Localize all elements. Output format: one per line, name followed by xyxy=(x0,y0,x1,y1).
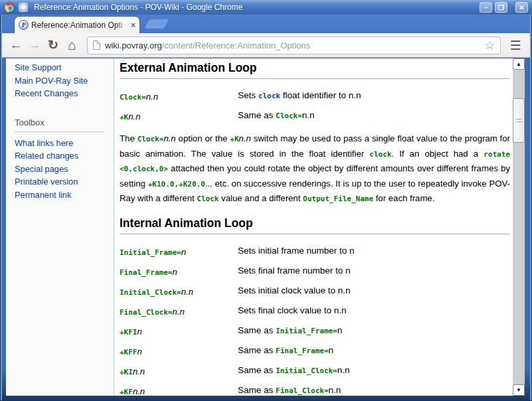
sidebar-nav-links: Site SupportMain POV-Ray SiteRecent Chan… xyxy=(15,61,114,100)
section-heading-internal: Internal Animation Loop xyxy=(120,216,510,234)
definition-term: Initial_Clock=n.n xyxy=(120,285,238,297)
inline-var: n.n xyxy=(133,366,145,376)
definition-row: +KFIn Same as Initial_Frame=n xyxy=(120,325,510,337)
inline-code: Final_Clock= xyxy=(120,308,172,317)
inline-text: float identifier to n.n xyxy=(280,90,361,100)
definition-row: Final_Frame=n Sets final frame number to… xyxy=(120,266,510,278)
definition-term: +KIn.n xyxy=(120,365,238,377)
sidebar-link[interactable]: Printable version xyxy=(15,175,114,189)
maximize-button[interactable]: ❐ xyxy=(495,2,507,13)
home-icon[interactable]: ⌂ xyxy=(63,37,80,54)
definition-term: Initial_Frame=n xyxy=(120,246,238,258)
sidebar-link[interactable]: Special pages xyxy=(15,163,114,176)
tab-close-icon[interactable]: × xyxy=(131,21,135,30)
tab-strip: P Reference:Animation Opti × xyxy=(2,15,530,33)
scrollbar-thumb[interactable] xyxy=(513,98,525,143)
definition-row: Initial_Clock=n.n Sets initial clock val… xyxy=(120,285,510,297)
definition-row: Initial_Frame=n Sets initial frame numbe… xyxy=(120,246,510,258)
new-tab-button[interactable] xyxy=(144,19,169,29)
inline-text: value and a different xyxy=(219,193,303,203)
definition-term: +KFIn xyxy=(120,325,238,337)
definition-description: Same as Clock=n.n xyxy=(238,110,510,122)
definition-term: Clock=n.n xyxy=(120,90,238,102)
inline-var: n.n xyxy=(133,386,145,396)
window-title: Reference:Animation Options - POV-Wiki -… xyxy=(34,3,480,12)
wiki-sidebar: Site SupportMain POV-Ray SiteRecent Chan… xyxy=(6,58,114,396)
title-bar[interactable]: Reference:Animation Options - POV-Wiki -… xyxy=(0,0,532,15)
forward-icon[interactable]: → xyxy=(26,37,43,54)
inline-code: Initial_Clock= xyxy=(276,366,337,375)
definition-term: +Kn.n xyxy=(120,110,238,122)
definition-description: Same as Initial_Clock=n.n xyxy=(238,365,510,377)
definition-description: Same as Final_Clock=n.n xyxy=(238,385,510,396)
scrollbar-track[interactable] xyxy=(513,70,525,384)
definition-description: Sets initial frame number to n xyxy=(238,246,510,258)
external-paragraph: The Clock=n.n option or the +Kn.n switch… xyxy=(120,131,510,206)
definition-description: Same as Initial_Frame=n xyxy=(238,325,510,337)
page-scrollbar[interactable]: ▲ ▼ xyxy=(513,58,525,396)
inline-code: Initial_Frame= xyxy=(120,248,181,257)
chrome-menu-icon[interactable]: ☰ xyxy=(506,38,525,53)
chrome-logo-icon xyxy=(5,3,15,13)
inline-code: Clock= xyxy=(276,112,302,120)
url-text[interactable]: wiki.povray.org/content/Reference:Animat… xyxy=(105,40,485,50)
page-icon[interactable] xyxy=(93,40,100,50)
inline-var: n.n xyxy=(128,112,140,121)
close-button[interactable]: ✕ xyxy=(515,2,528,13)
definition-term: Final_Frame=n xyxy=(120,266,238,278)
scroll-up-icon[interactable]: ▲ xyxy=(513,58,525,70)
inline-text: n xyxy=(337,325,343,335)
definition-term: +KFn.n xyxy=(120,385,238,396)
internal-def-list: Initial_Frame=n Sets initial frame numbe… xyxy=(120,246,510,396)
inline-code: +KF xyxy=(120,388,133,396)
inline-var: n xyxy=(137,347,142,357)
sidebar-link[interactable]: Main POV-Ray Site xyxy=(15,74,114,88)
definition-description: Same as Final_Frame=n xyxy=(238,345,510,357)
inline-code: +K xyxy=(230,135,238,143)
inline-code-link[interactable]: clock xyxy=(258,92,280,100)
bookmark-star-icon[interactable]: ☆ xyxy=(485,39,495,52)
inline-text: The xyxy=(120,133,137,143)
inline-var: n xyxy=(137,327,142,337)
browser-toolbar: ← → ↻ ⌂ wiki.povray.org/content/Referenc… xyxy=(2,33,530,58)
inline-code: Final_Frame= xyxy=(120,268,172,277)
minimize-button[interactable]: – xyxy=(480,2,492,13)
address-bar[interactable]: wiki.povray.org/content/Reference:Animat… xyxy=(87,37,501,54)
sidebar-link[interactable]: Site Support xyxy=(15,61,114,74)
scrollbar-grip xyxy=(516,119,521,122)
inline-text: n.n xyxy=(329,385,341,395)
inline-var: n.n xyxy=(146,92,158,102)
inline-text: n.n xyxy=(302,110,315,120)
definition-row: Final_Clock=n.n Sets final clock value t… xyxy=(120,305,510,317)
definition-row: +Kn.n Same as Clock=n.n xyxy=(120,110,510,122)
article-content: External Animation Loop Clock=n.n Sets c… xyxy=(114,58,513,396)
inline-code: clock xyxy=(369,150,391,159)
inline-code: +KFF xyxy=(120,348,137,357)
inline-var: n xyxy=(172,267,177,277)
inline-code: +K xyxy=(120,113,128,121)
sidebar-link[interactable]: What links here xyxy=(15,137,114,150)
scroll-down-icon[interactable]: ▼ xyxy=(513,384,525,396)
inline-text: Same as xyxy=(238,110,276,120)
definition-term: Final_Clock=n.n xyxy=(120,305,238,317)
inline-text: n xyxy=(329,345,334,355)
definition-description: Sets clock float identifier to n.n xyxy=(238,90,510,102)
definition-description: Sets initial clock value to n.n xyxy=(238,285,510,297)
tab-active[interactable]: P Reference:Animation Opti × xyxy=(15,17,139,33)
inline-var: n.n xyxy=(172,307,184,317)
definition-row: +KFFn Same as Final_Frame=n xyxy=(120,345,510,357)
sidebar-link[interactable]: Recent Changes xyxy=(15,87,114,100)
back-icon[interactable]: ← xyxy=(7,37,25,54)
sidebar-link[interactable]: Related changes xyxy=(15,149,114,163)
inline-text: . If an object had a xyxy=(391,149,484,159)
external-def-list: Clock=n.n Sets clock float identifier to… xyxy=(120,90,510,122)
reload-icon[interactable]: ↻ xyxy=(44,37,62,54)
toolbox-heading: Toolbox xyxy=(15,118,114,127)
inline-var: n.n xyxy=(239,133,251,143)
inline-text: Sets final clock value to n.n xyxy=(238,305,347,315)
url-path: /content/Reference:Animation_Options xyxy=(162,40,310,50)
inline-code: Final_Frame= xyxy=(276,347,328,355)
sidebar-link[interactable]: Permanent link xyxy=(15,189,114,202)
inline-text: n.n xyxy=(337,365,350,375)
inline-text: Same as xyxy=(238,325,276,335)
